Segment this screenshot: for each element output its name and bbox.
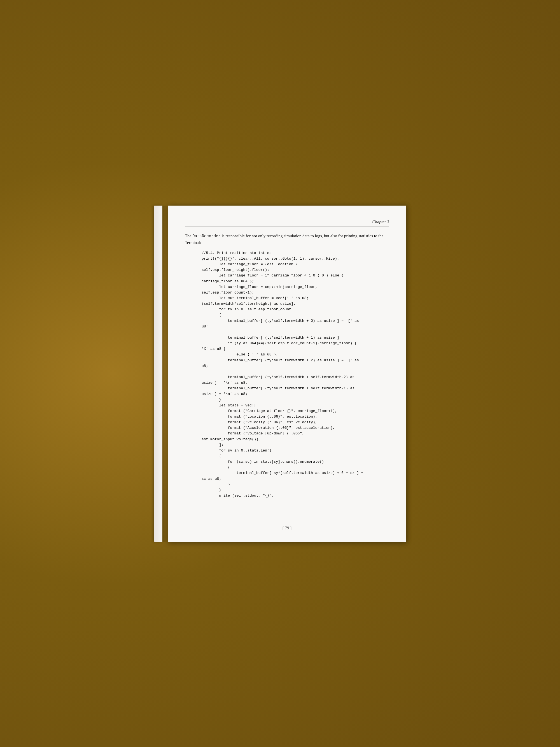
footer-line-right	[297, 528, 353, 528]
code-block: //5.4. Print realtime statistics print!(…	[202, 250, 389, 498]
page-number: [ 79 ]	[277, 526, 297, 531]
book-spread: Chapter 3 The DataRecorder is responsibl…	[154, 206, 406, 542]
intro-text-before: The	[185, 234, 192, 238]
book-page: Chapter 3 The DataRecorder is responsibl…	[168, 206, 406, 542]
intro-paragraph: The DataRecorder is responsible for not …	[185, 232, 389, 246]
gutter-shadow	[162, 206, 168, 542]
footer-line-left	[221, 528, 277, 528]
page-header: Chapter 3	[185, 220, 389, 227]
page-left-edge	[154, 206, 162, 542]
intro-code: DataRecorder	[192, 234, 221, 238]
chapter-label: Chapter 3	[372, 220, 389, 224]
page-footer: [ 79 ]	[185, 526, 389, 531]
